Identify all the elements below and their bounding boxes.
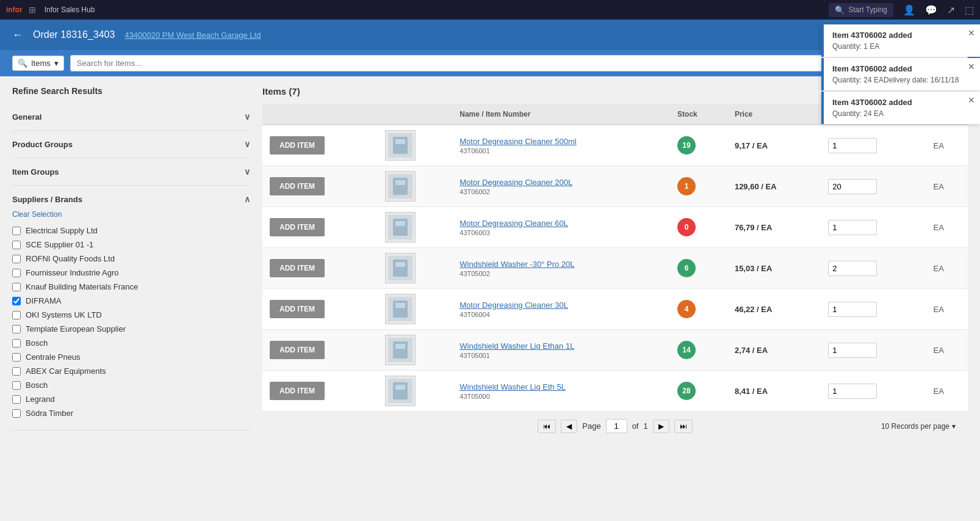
supplier-checkbox[interactable] (12, 409, 21, 418)
add-item-button[interactable]: ADD ITEM (270, 382, 325, 400)
filter-general: General ∨ (12, 103, 250, 131)
total-pages: 1 (643, 421, 647, 431)
add-item-button[interactable]: ADD ITEM (270, 136, 325, 155)
filter-suppliers-brands-header[interactable]: Suppliers / Brands ∧ (12, 193, 250, 205)
supplier-checkbox[interactable] (12, 311, 21, 319)
supplier-checkbox[interactable] (12, 367, 21, 376)
add-item-cell: ADD ITEM (262, 166, 378, 207)
search-filter-dropdown[interactable]: 🔍 Items ▾ (12, 56, 64, 71)
add-item-cell: ADD ITEM (262, 371, 378, 412)
product-thumbnail (385, 294, 416, 324)
product-name-link[interactable]: Motor Degreasing Cleaner 500ml (459, 137, 663, 146)
product-number: 43T05002 (459, 270, 663, 277)
unit-cell: EA (926, 248, 968, 289)
notification-close-button[interactable]: ✕ (968, 62, 975, 71)
quantity-cell (821, 371, 926, 412)
product-name-link[interactable]: Windshield Washer -30° Pro 20L (459, 260, 663, 269)
supplier-checkbox[interactable] (12, 241, 21, 249)
share-icon[interactable]: ↗ (947, 4, 955, 16)
customer-link[interactable]: 43400020 PM West Beach Garage Ltd (124, 31, 261, 40)
price-text: 8,41 / EA (735, 387, 768, 396)
svg-rect-17 (395, 344, 405, 349)
supplier-checkbox[interactable] (12, 339, 21, 348)
notification-body: Quantity: 24 EA (832, 109, 971, 118)
back-arrow-icon[interactable]: ← (12, 29, 23, 42)
add-item-button[interactable]: ADD ITEM (270, 218, 325, 236)
quantity-input[interactable] (828, 179, 877, 194)
filter-general-header[interactable]: General ∨ (12, 111, 250, 123)
stock-cell: 19 (670, 125, 727, 166)
supplier-label: Centrale Pneus (26, 352, 81, 362)
stock-badge: 6 (677, 259, 696, 277)
supplier-checkbox[interactable] (12, 381, 21, 390)
quantity-input[interactable] (828, 220, 877, 235)
price-cell: 8,41 / EA (727, 371, 821, 412)
chat-icon[interactable]: 💬 (925, 4, 937, 16)
product-image-cell (378, 289, 453, 330)
notification-body: Quantity: 24 EADelivery date: 16/11/18 (832, 76, 971, 84)
supplier-checkbox[interactable] (12, 395, 21, 404)
add-item-cell: ADD ITEM (262, 330, 378, 371)
stock-badge: 1 (677, 177, 696, 195)
filter-item-groups-header[interactable]: Item Groups ∨ (12, 166, 250, 178)
supplier-label: ROFNI Quality Foods Ltd (26, 254, 115, 263)
first-page-button[interactable]: ⏮ (538, 420, 556, 433)
quantity-cell (821, 207, 926, 248)
infor-logo: infor (6, 5, 23, 14)
supplier-item: Knauf Building Materials France (12, 280, 250, 294)
supplier-checkbox[interactable] (12, 255, 21, 263)
profile-icon[interactable]: ⬚ (965, 4, 974, 16)
price-text: 2,74 / EA (735, 346, 768, 355)
supplier-checkbox[interactable] (12, 353, 21, 362)
notification-card: ✕Item 43T06002 addedQuantity: 24 EADeliv… (821, 58, 980, 90)
prev-page-button[interactable]: ◀ (561, 420, 577, 433)
quantity-input[interactable] (828, 138, 877, 153)
add-item-button[interactable]: ADD ITEM (270, 177, 325, 195)
supplier-checkbox[interactable] (12, 269, 21, 277)
unit-text: EA (934, 305, 944, 314)
grid-icon[interactable]: ⊞ (29, 5, 36, 15)
page-number-input[interactable] (606, 419, 627, 433)
quantity-input[interactable] (828, 302, 877, 317)
product-name-link[interactable]: Windshield Washer Liq Ethan 1L (459, 341, 663, 351)
notification-close-button[interactable]: ✕ (968, 95, 975, 105)
quantity-input[interactable] (828, 343, 877, 358)
chevron-down-icon: ▾ (952, 422, 956, 431)
quantity-input[interactable] (828, 261, 877, 276)
notification-close-button[interactable]: ✕ (968, 28, 975, 38)
svg-rect-11 (395, 262, 405, 267)
records-per-page-dropdown[interactable]: 10 Records per page ▾ (881, 422, 956, 431)
product-name-link[interactable]: Windshield Washer Liq Eth 5L (459, 382, 663, 392)
product-name-link[interactable]: Motor Degreasing Cleaner 30L (459, 301, 663, 310)
quantity-input[interactable] (828, 384, 877, 399)
add-item-button[interactable]: ADD ITEM (270, 341, 325, 359)
next-page-button[interactable]: ▶ (653, 420, 669, 433)
product-thumbnail (385, 171, 416, 202)
unit-text: EA (934, 223, 944, 232)
supplier-item: Legrand (12, 392, 250, 406)
supplier-checkbox[interactable] (12, 325, 21, 333)
last-page-button[interactable]: ⏭ (674, 420, 693, 433)
quantity-cell (821, 248, 926, 289)
stock-cell: 0 (670, 207, 727, 248)
filter-product-groups-header[interactable]: Product Groups ∨ (12, 138, 250, 150)
user-icon[interactable]: 👤 (903, 4, 915, 16)
supplier-checkbox[interactable] (12, 283, 21, 291)
topbar-search-label[interactable]: Start Typing (848, 5, 887, 14)
col-image (378, 104, 453, 125)
chevron-down-icon: ∨ (244, 139, 250, 149)
svg-rect-8 (395, 221, 405, 226)
filter-suppliers-brands-label: Suppliers / Brands (12, 195, 82, 204)
product-name-cell: Motor Degreasing Cleaner 200L43T06002 (452, 166, 670, 207)
product-image-cell (378, 166, 453, 207)
stock-badge: 19 (677, 136, 696, 155)
supplier-label: Bosch (26, 338, 48, 348)
supplier-checkbox[interactable] (12, 297, 21, 305)
add-item-button[interactable]: ADD ITEM (270, 300, 325, 318)
add-item-button[interactable]: ADD ITEM (270, 259, 325, 277)
clear-selection-link[interactable]: Clear Selection (12, 210, 250, 219)
supplier-item: Södra Timber (12, 406, 250, 420)
product-name-link[interactable]: Motor Degreasing Cleaner 200L (459, 178, 663, 187)
product-name-link[interactable]: Motor Degreasing Cleaner 60L (459, 219, 663, 228)
supplier-checkbox[interactable] (12, 227, 21, 235)
